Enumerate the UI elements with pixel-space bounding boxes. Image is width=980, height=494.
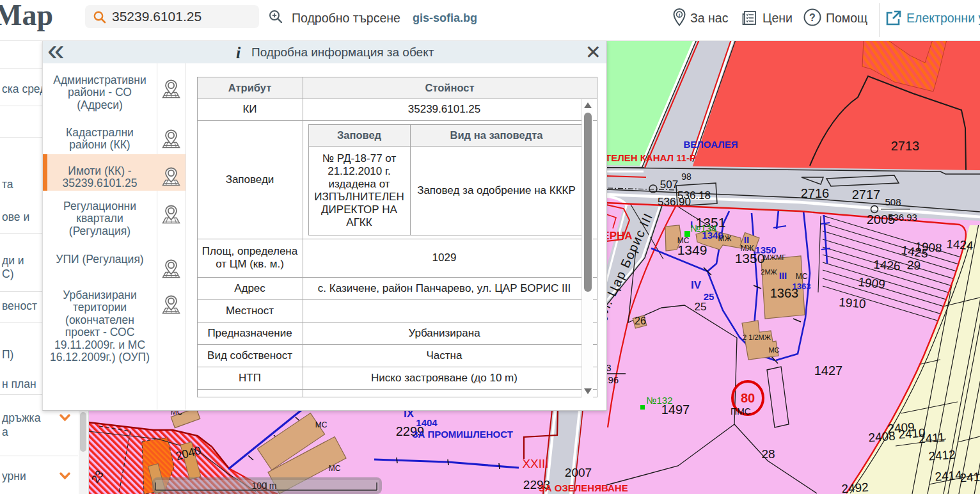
svg-text:МС: МС <box>796 272 808 281</box>
svg-text:508: 508 <box>885 196 901 207</box>
svg-text:2717: 2717 <box>852 187 881 202</box>
svg-text:98: 98 <box>681 171 692 182</box>
svg-text:МЖ: МЖ <box>718 234 731 243</box>
svg-text:1909: 1909 <box>858 275 886 291</box>
svg-text:536.93: 536.93 <box>888 212 917 223</box>
svg-text:III: III <box>779 270 787 281</box>
svg-text:?: ? <box>809 12 816 23</box>
svg-text:29: 29 <box>906 258 921 272</box>
svg-text:МЖМГ: МЖМГ <box>764 253 786 261</box>
svg-text:ЗА ОЗЕЛЕНЯВАНЕ: ЗА ОЗЕЛЕНЯВАНЕ <box>539 482 628 493</box>
svg-text:ЗА ПРОМИШЛЕНОСТ: ЗА ПРОМИШЛЕНОСТ <box>412 429 513 440</box>
svg-text:2716: 2716 <box>801 186 830 200</box>
svg-text:1363: 1363 <box>793 282 811 291</box>
svg-text:2412: 2412 <box>928 448 956 463</box>
svg-text:2МЖ: 2МЖ <box>761 268 777 276</box>
svg-text:507: 507 <box>660 179 678 191</box>
svg-text:МС: МС <box>677 236 690 245</box>
svg-text:2713: 2713 <box>891 139 920 153</box>
svg-text:МС: МС <box>315 420 328 429</box>
svg-text:№134: №134 <box>690 223 716 234</box>
svg-text:26: 26 <box>635 315 646 326</box>
svg-text:1424: 1424 <box>946 237 974 253</box>
svg-text:2492: 2492 <box>841 481 869 494</box>
svg-text:МС: МС <box>329 464 341 473</box>
svg-text:1910: 1910 <box>839 296 867 311</box>
svg-text:1427: 1427 <box>814 363 843 378</box>
svg-text:ТЕЛЕН КАНАЛ 11-Р: ТЕЛЕН КАНАЛ 11-Р <box>605 152 696 163</box>
svg-text:XXIII: XXIII <box>522 457 548 470</box>
svg-text:100 m: 100 m <box>252 481 277 491</box>
svg-text:28: 28 <box>761 447 775 461</box>
svg-text:2 1/2МЖ: 2 1/2МЖ <box>743 333 771 341</box>
svg-text:2007: 2007 <box>565 466 592 479</box>
svg-text:536.90: 536.90 <box>658 196 691 208</box>
svg-text:ПМС: ПМС <box>731 406 751 417</box>
svg-text:IV: IV <box>691 279 702 291</box>
svg-text:2414: 2414 <box>935 468 963 484</box>
svg-text:МС: МС <box>768 346 779 354</box>
svg-text:1426: 1426 <box>873 258 901 273</box>
svg-text:№132: №132 <box>646 395 672 406</box>
svg-text:2415: 2415 <box>960 470 980 485</box>
svg-text:2411: 2411 <box>918 431 945 446</box>
svg-text:80: 80 <box>741 391 755 405</box>
svg-text:ВЕЛОАЛЕЯ: ВЕЛОАЛЕЯ <box>684 139 738 150</box>
svg-text:25: 25 <box>695 301 707 313</box>
